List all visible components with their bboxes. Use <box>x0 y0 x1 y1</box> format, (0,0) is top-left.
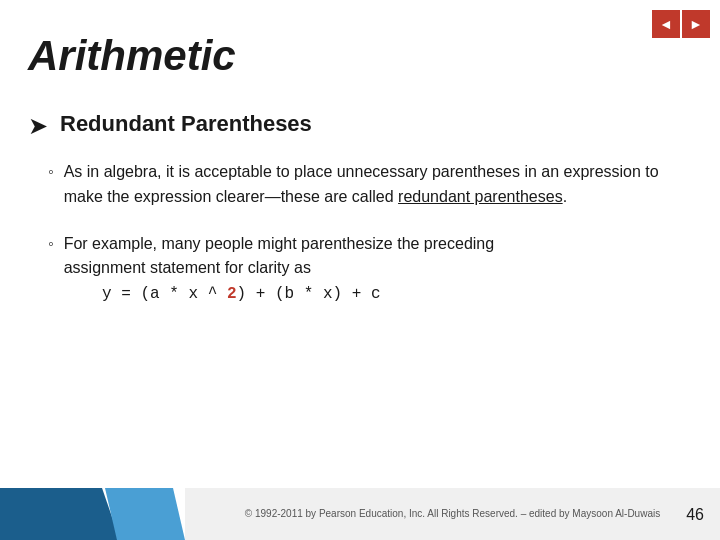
main-bullet: ➤ Redundant Parentheses <box>28 110 692 140</box>
sub-bullet-2: ◦ For example, many people might parenth… <box>48 232 692 304</box>
sub-bullet-text-2: For example, many people might parenthes… <box>64 232 494 282</box>
sub-bullet-1: ◦ As in algebra, it is acceptable to pla… <box>48 160 692 210</box>
slide-title: Arithmetic <box>28 32 236 80</box>
code-highlight: 2 <box>227 285 237 303</box>
footer-center: © 1992-2011 by Pearson Education, Inc. A… <box>185 488 720 540</box>
sub-bullet-text-1: As in algebra, it is acceptable to place… <box>64 160 692 210</box>
nav-forward-button[interactable]: ► <box>682 10 710 38</box>
main-bullet-text: Redundant Parentheses <box>60 110 312 139</box>
bottom-bar-light-blue <box>105 488 185 540</box>
bottom-bar-dark-blue <box>0 488 120 540</box>
slide: ◄ ► Arithmetic ➤ Redundant Parentheses ◦… <box>0 0 720 540</box>
bullet-arrow-icon: ➤ <box>28 112 48 140</box>
page-number: 46 <box>686 506 704 524</box>
sub-bullets-container: ◦ As in algebra, it is acceptable to pla… <box>48 160 692 303</box>
nav-back-button[interactable]: ◄ <box>652 10 680 38</box>
footer-text: © 1992-2011 by Pearson Education, Inc. A… <box>245 507 660 521</box>
content-area: ➤ Redundant Parentheses ◦ As in algebra,… <box>28 110 692 480</box>
nav-arrows: ◄ ► <box>652 10 710 38</box>
code-example: y = (a * x ^ 2) + (b * x) + c <box>64 285 494 303</box>
sub-bullet-dot-2: ◦ <box>48 235 54 253</box>
bottom-bar: © 1992-2011 by Pearson Education, Inc. A… <box>0 488 720 540</box>
sub-bullet-dot-1: ◦ <box>48 163 54 181</box>
sub-bullet-content-2: For example, many people might parenthes… <box>64 232 494 304</box>
